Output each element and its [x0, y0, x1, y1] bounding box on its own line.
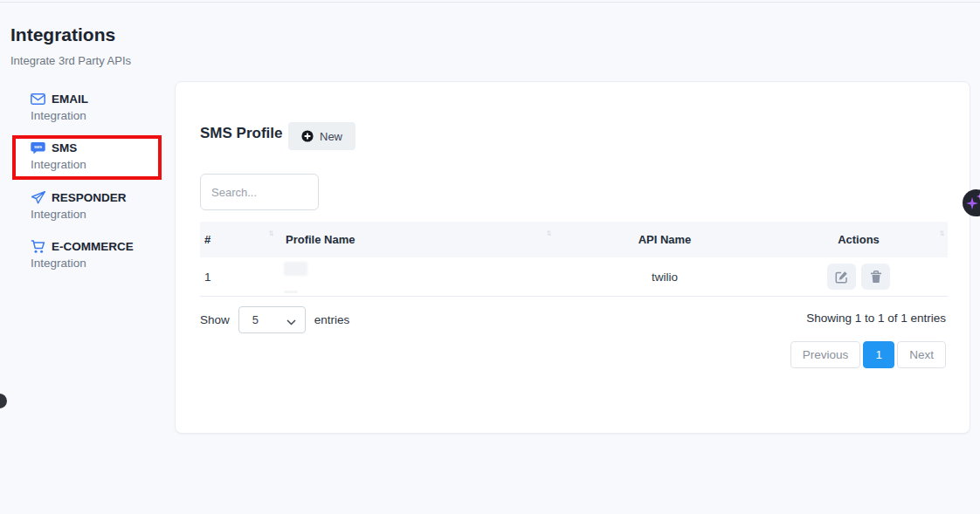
- column-header-label: Actions: [838, 233, 880, 246]
- sidebar-item-sub: Integration: [10, 208, 168, 221]
- chevron-down-icon: [286, 315, 296, 328]
- svg-text:SMS: SMS: [34, 145, 42, 149]
- next-page-button[interactable]: Next: [897, 341, 946, 368]
- sidebar-item-label: SMS: [52, 141, 77, 154]
- sms-bubble-icon: SMS: [31, 140, 45, 155]
- cart-icon: [31, 239, 45, 254]
- integrations-page: Integrations Integrate 3rd Party APIs EM…: [0, 0, 980, 514]
- edit-pencil-icon: [835, 271, 848, 284]
- previous-page-button[interactable]: Previous: [790, 341, 861, 368]
- column-header-profile-name[interactable]: Profile Name ↑↓: [279, 222, 560, 257]
- sidebar-item-label: RESPONDER: [52, 191, 127, 204]
- entries-label: entries: [314, 313, 350, 326]
- column-header-label: API Name: [638, 233, 692, 246]
- column-header-index[interactable]: # ↑↓: [200, 222, 279, 257]
- page-subtitle: Integrate 3rd Party APIs: [10, 54, 131, 67]
- sidebar-item-sub: Integration: [10, 158, 168, 171]
- sidebar-item-email[interactable]: EMAIL Integration: [10, 92, 168, 122]
- sidebar-item-sub: Integration: [10, 109, 168, 122]
- left-edge-floating-button[interactable]: [0, 394, 7, 408]
- table-row: 1 twilio: [200, 257, 948, 297]
- column-header-api-name[interactable]: API Name: [560, 222, 770, 257]
- sidebar-item-label: E-COMMERCE: [52, 240, 134, 253]
- redacted-profile-name-smudge: [284, 291, 298, 293]
- top-divider: [0, 2, 980, 3]
- edit-button[interactable]: [827, 264, 856, 290]
- table-header-row: # ↑↓ Profile Name ↑↓ API Name Actions ↑↓: [200, 222, 948, 257]
- sms-profile-table: # ↑↓ Profile Name ↑↓ API Name Actions ↑↓…: [200, 222, 948, 297]
- trash-icon: [870, 271, 882, 284]
- page-size-value: 5: [239, 313, 259, 326]
- sort-icon[interactable]: ↑↓: [268, 228, 272, 237]
- showing-entries-text: Showing 1 to 1 of 1 entries: [806, 312, 946, 325]
- sidebar-item-sub: Integration: [10, 257, 168, 270]
- page-1-button[interactable]: 1: [863, 341, 894, 368]
- page-title: Integrations: [10, 24, 115, 45]
- cell-profile-name: [279, 257, 560, 297]
- sort-icon[interactable]: ↑↓: [546, 228, 549, 237]
- page-size-control: Show 5 entries: [200, 306, 349, 333]
- column-header-label: Profile Name: [286, 233, 355, 246]
- new-button-label: New: [320, 130, 342, 143]
- sidebar-item-responder[interactable]: RESPONDER Integration: [10, 190, 168, 221]
- card-title: SMS Profile: [200, 125, 282, 142]
- cell-index: 1: [200, 257, 279, 297]
- pagination: Previous 1 Next: [790, 341, 946, 368]
- show-label: Show: [200, 313, 230, 326]
- new-button[interactable]: New: [288, 122, 355, 150]
- paper-plane-icon: [31, 190, 45, 205]
- sms-profile-card: SMS Profile New # ↑↓ Profile Name ↑↓ API…: [175, 81, 970, 434]
- cell-api-name: twilio: [560, 257, 770, 297]
- search-input[interactable]: [200, 174, 319, 210]
- sort-icon[interactable]: ↑↓: [939, 228, 942, 237]
- envelope-icon: [31, 92, 45, 106]
- column-header-actions[interactable]: Actions ↑↓: [770, 222, 948, 257]
- plus-circle-icon: [301, 130, 314, 142]
- page-size-select[interactable]: 5: [238, 306, 306, 333]
- redacted-profile-name: [284, 262, 307, 276]
- sidebar-item-ecommerce[interactable]: E-COMMERCE Integration: [10, 239, 168, 270]
- column-header-label: #: [204, 233, 210, 246]
- sidebar-item-sms[interactable]: SMS SMS Integration: [10, 140, 168, 171]
- cell-actions: [770, 257, 948, 297]
- delete-button[interactable]: [861, 264, 890, 290]
- sidebar-item-label: EMAIL: [52, 93, 88, 106]
